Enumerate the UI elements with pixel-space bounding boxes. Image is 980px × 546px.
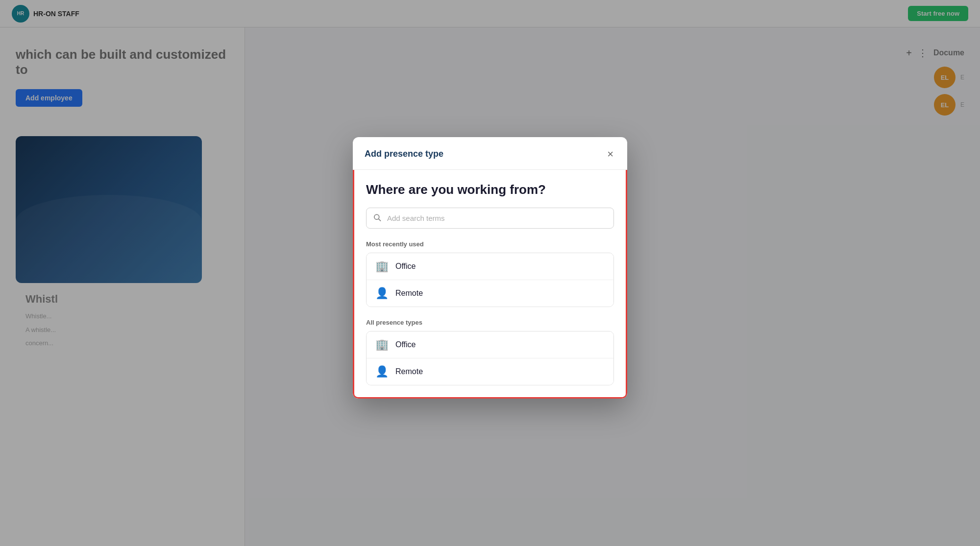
presence-label-office-recent: Office: [395, 262, 416, 271]
presence-option-remote-recent[interactable]: 👤 Remote: [367, 280, 613, 307]
search-input[interactable]: [366, 208, 614, 229]
presence-option-office-recent[interactable]: 🏢 Office: [367, 253, 613, 280]
modal-header: Add presence type ×: [353, 137, 627, 169]
presence-icon-office-recent: 🏢: [375, 260, 389, 273]
presence-option-remote-all[interactable]: 👤 Remote: [367, 358, 613, 385]
presence-label-remote-recent: Remote: [395, 289, 423, 298]
all-types-list: 🏢 Office 👤 Remote: [366, 331, 614, 385]
recently-used-list: 🏢 Office 👤 Remote: [366, 253, 614, 307]
modal-close-button[interactable]: ×: [605, 146, 615, 161]
presence-icon-remote-all: 👤: [375, 365, 389, 378]
presence-icon-office-all: 🏢: [375, 338, 389, 351]
add-presence-type-modal: Add presence type × Where are you workin…: [353, 137, 627, 399]
modal-body: Where are you working from? Most recentl…: [353, 169, 627, 399]
search-container: [366, 208, 614, 229]
all-presence-types-label: All presence types: [366, 319, 614, 326]
modal-question: Where are you working from?: [366, 181, 614, 198]
modal-title: Add presence type: [365, 149, 443, 159]
presence-option-office-all[interactable]: 🏢 Office: [367, 332, 613, 358]
presence-label-office-all: Office: [395, 340, 416, 349]
most-recently-used-label: Most recently used: [366, 240, 614, 248]
svg-line-1: [379, 219, 381, 221]
presence-label-remote-all: Remote: [395, 367, 423, 376]
search-icon: [373, 213, 381, 223]
presence-icon-remote-recent: 👤: [375, 287, 389, 300]
